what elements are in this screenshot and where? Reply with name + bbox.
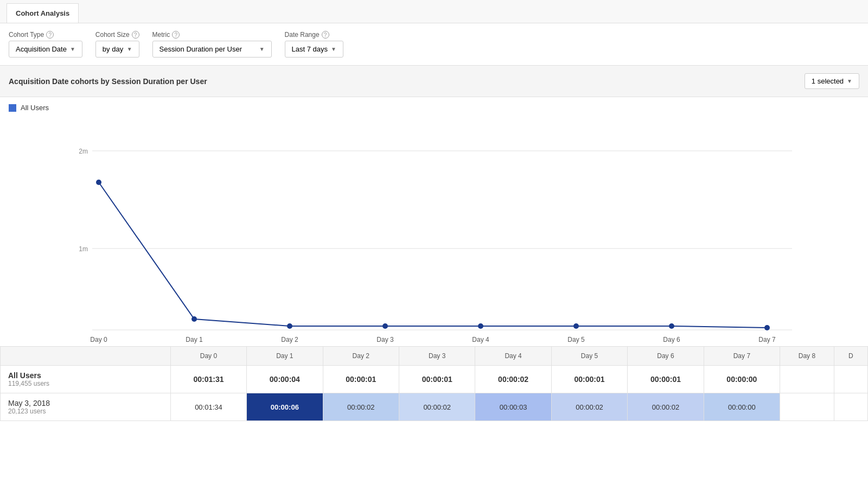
cohort-type-dropdown[interactable]: Acquisition Date ▼ [9,41,82,58]
col-header-d: D [834,347,867,366]
x-label-day2: Day 2 [281,336,298,343]
may3-day4: 00:00:03 [475,393,551,421]
chart-point-day2[interactable] [287,323,292,329]
controls-row: Cohort Type ? Acquisition Date ▼ Cohort … [0,23,868,65]
metric-label: Metric ? [152,31,272,39]
all-users-day0: 00:01:31 [170,366,246,393]
may3-day7: 00:00:00 [704,393,780,421]
cohort-type-group: Cohort Type ? Acquisition Date ▼ [9,31,82,58]
chart-point-day0[interactable] [96,180,101,185]
may3-day8 [780,393,834,421]
chart-point-day5[interactable] [573,323,579,329]
date-range-help-icon[interactable]: ? [322,31,329,39]
metric-caret-icon: ▼ [259,46,265,52]
x-label-day6: Day 6 [663,336,680,343]
tab-cohort-analysis[interactable]: Cohort Analysis [7,3,79,23]
line-chart-svg: 2m 1m Day 0 Day 1 Day 2 Day 3 Day 4 Day … [9,118,859,346]
y-label-1m: 1m [79,245,88,253]
col-header-day1: Day 1 [247,347,323,366]
all-users-day1: 00:00:04 [247,366,323,393]
date-range-label: Date Range ? [285,31,343,39]
all-users-day7: 00:00:00 [704,366,780,393]
x-label-day4: Day 4 [472,336,489,343]
col-header-day6: Day 6 [628,347,704,366]
col-header-day5: Day 5 [551,347,627,366]
cohort-size-help-icon[interactable]: ? [132,31,139,39]
metric-group: Metric ? Session Duration per User ▼ [152,31,272,58]
all-users-day8 [780,366,834,393]
col-header-day8: Day 8 [780,347,834,366]
x-label-day7: Day 7 [758,336,776,343]
all-users-day6: 00:00:01 [628,366,704,393]
x-label-day3: Day 3 [376,336,394,343]
metric-help-icon[interactable]: ? [172,31,180,39]
chart-point-day1[interactable] [192,316,197,322]
cohort-size-dropdown[interactable]: by day ▼ [95,41,139,58]
chart-section-header: Acquisition Date cohorts by Session Dura… [0,65,868,97]
y-label-2m: 2m [79,148,88,155]
may3-day0: 00:01:34 [170,393,246,421]
date-range-caret-icon: ▼ [331,46,336,52]
col-header-label [1,347,171,366]
date-range-group: Date Range ? Last 7 days ▼ [285,31,343,58]
x-label-day5: Day 5 [567,336,585,343]
x-label-day1: Day 1 [186,336,203,343]
col-header-day3: Day 3 [399,347,475,366]
data-table: Day 0 Day 1 Day 2 Day 3 Day 4 Day 5 Day … [0,346,868,421]
table-row: All Users 119,455 users 00:01:31 00:00:0… [1,366,868,393]
col-header-day2: Day 2 [323,347,399,366]
chart-point-day4[interactable] [478,323,483,329]
col-header-day7: Day 7 [704,347,780,366]
row-sub-all-users: 119,455 users [8,380,163,387]
table-header-row: Day 0 Day 1 Day 2 Day 3 Day 4 Day 5 Day … [1,347,868,366]
date-range-dropdown[interactable]: Last 7 days ▼ [285,41,343,58]
cohort-size-caret-icon: ▼ [127,46,132,52]
cohort-size-label: Cohort Size ? [95,31,139,39]
may3-d [834,393,867,421]
may3-day1: 00:00:06 [247,393,323,421]
legend-label: All Users [21,104,49,112]
chart-title: Acquisition Date cohorts by Session Dura… [9,77,207,86]
row-title-may3: May 3, 2018 [8,399,163,407]
row-title-all-users: All Users [8,371,163,380]
chart-point-day3[interactable] [382,323,388,329]
row-sub-may3: 20,123 users [8,407,163,415]
may3-day5: 00:00:02 [551,393,627,421]
selected-caret-icon: ▼ [847,78,852,84]
all-users-day4: 00:00:02 [475,366,551,393]
cohort-type-help-icon[interactable]: ? [46,31,54,39]
may3-day3: 00:00:02 [399,393,475,421]
chart-legend: All Users [0,97,868,114]
cohort-type-label: Cohort Type ? [9,31,82,39]
all-users-d [834,366,867,393]
may3-day2: 00:00:02 [323,393,399,421]
all-users-day3: 00:00:01 [399,366,475,393]
col-header-day4: Day 4 [475,347,551,366]
selected-dropdown[interactable]: 1 selected ▼ [805,73,859,89]
cohort-type-caret-icon: ▼ [70,46,75,52]
all-users-day5: 00:00:01 [551,366,627,393]
row-header-all-users: All Users 119,455 users [1,366,171,393]
col-header-day0: Day 0 [170,347,246,366]
chart-point-day7[interactable] [764,325,770,330]
metric-dropdown[interactable]: Session Duration per User ▼ [152,41,272,58]
may3-day6: 00:00:02 [628,393,704,421]
cohort-size-group: Cohort Size ? by day ▼ [95,31,139,58]
legend-color-swatch [9,104,16,112]
chart-area: 2m 1m Day 0 Day 1 Day 2 Day 3 Day 4 Day … [0,114,868,346]
x-label-day0: Day 0 [90,336,107,343]
table-row: May 3, 2018 20,123 users 00:01:34 00:00:… [1,393,868,421]
row-header-may3: May 3, 2018 20,123 users [1,393,171,421]
all-users-day2: 00:00:01 [323,366,399,393]
tab-bar: Cohort Analysis [0,0,868,23]
chart-point-day6[interactable] [669,323,674,329]
chart-line [99,182,767,328]
